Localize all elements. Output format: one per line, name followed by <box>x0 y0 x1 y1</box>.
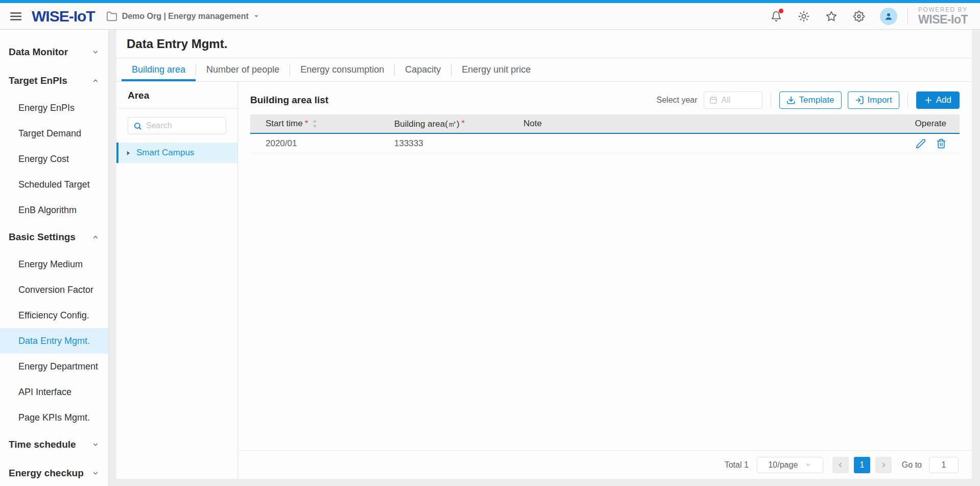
sidebar-item-energy-cost[interactable]: Energy Cost <box>0 146 108 172</box>
select-year-label: Select year <box>657 96 698 105</box>
sidebar-section-data-monitor[interactable]: Data Monitor <box>0 38 108 66</box>
add-button[interactable]: Add <box>916 91 960 109</box>
sidebar-item-api-interface[interactable]: API Interface <box>0 379 108 405</box>
goto-label: Go to <box>902 460 922 470</box>
notifications-button[interactable] <box>770 10 783 23</box>
edit-button[interactable] <box>916 138 926 149</box>
tab-number-of-people[interactable]: Number of people <box>196 58 290 81</box>
column-start-time: Start time <box>266 119 303 129</box>
required-mark: * <box>462 119 465 129</box>
chevron-down-icon <box>92 470 99 477</box>
sidebar-item-enb-algorithm[interactable]: EnB Algorithm <box>0 197 108 223</box>
table-row: 2020/01 133333 <box>250 134 960 153</box>
sidebar-item-scheduled-target[interactable]: Scheduled Target <box>0 172 108 197</box>
list-panel: Building area list Select year All <box>238 82 972 479</box>
tab-bar: Building area Number of people Energy co… <box>116 58 972 82</box>
sidebar-section-energy-checkup[interactable]: Energy checkup <box>0 459 108 486</box>
area-search <box>128 117 226 134</box>
hamburger-menu-button[interactable] <box>9 9 25 24</box>
chevron-up-icon <box>92 234 99 241</box>
table-header: Start time * Building area(㎡) * <box>250 114 960 134</box>
goto-page-input[interactable] <box>929 457 959 473</box>
area-tree: Smart Campus <box>116 143 237 163</box>
import-icon <box>855 96 864 105</box>
caret-down-icon <box>253 13 259 19</box>
plus-icon <box>924 96 933 104</box>
import-button-label: Import <box>868 95 892 105</box>
powered-by-brand: WISE-IoT <box>918 13 968 26</box>
org-label: Demo Org | Energy management <box>122 12 249 21</box>
pencil-icon <box>916 138 926 149</box>
prev-page-button[interactable] <box>832 457 849 473</box>
tab-energy-consumption[interactable]: Energy consumption <box>290 58 394 81</box>
page-title: Data Entry Mgmt. <box>127 37 227 51</box>
next-page-button[interactable] <box>875 457 892 473</box>
search-input[interactable] <box>146 121 221 130</box>
chevron-up-icon <box>92 77 99 84</box>
brightness-button[interactable] <box>797 10 810 23</box>
template-button-label: Template <box>799 95 834 105</box>
tree-item-label: Smart Campus <box>136 148 194 158</box>
cell-building-area: 133333 <box>394 138 523 149</box>
chevron-right-icon <box>880 461 887 469</box>
user-avatar[interactable] <box>880 8 897 25</box>
sidebar-item-energy-medium[interactable]: Energy Medium <box>0 251 108 277</box>
tab-energy-unit-price[interactable]: Energy unit price <box>451 58 541 81</box>
sidebar-item-energy-enpis[interactable]: Energy EnPIs <box>0 95 108 121</box>
select-year-value: All <box>722 96 731 105</box>
sidebar-item-page-kpis-mgmt[interactable]: Page KPIs Mgmt. <box>0 405 108 430</box>
org-switcher[interactable]: Demo Org | Energy management <box>106 11 259 22</box>
sidebar-item-target-demand[interactable]: Target Demand <box>0 121 108 146</box>
column-note: Note <box>523 119 878 129</box>
tree-item-smart-campus[interactable]: Smart Campus <box>116 143 237 163</box>
template-button[interactable]: Template <box>779 91 842 109</box>
page-1-button[interactable]: 1 <box>854 457 870 473</box>
area-panel: Area Smart Campus <box>116 82 238 479</box>
app-logo: WISE-IoT <box>32 8 95 25</box>
powered-by-block: POWERED BY WISE-IoT <box>918 7 971 26</box>
pagination: Total 1 10/page 1 <box>238 450 972 479</box>
notification-dot <box>779 9 783 13</box>
topbar: WISE-IoT Demo Org | Energy management <box>0 3 980 30</box>
triangle-right-icon <box>126 150 131 156</box>
sidebar: Data Monitor Target EnPIs Energy EnPIs T… <box>0 30 108 486</box>
select-year-input[interactable]: All <box>704 91 762 109</box>
sidebar-section-target-enpis[interactable]: Target EnPIs <box>0 66 108 95</box>
favorites-button[interactable] <box>825 10 838 23</box>
org-folder-icon <box>106 11 117 22</box>
gear-icon <box>853 11 865 22</box>
required-mark: * <box>305 119 308 129</box>
sidebar-item-energy-department[interactable]: Energy Department <box>0 354 108 379</box>
building-area-table: Start time * Building area(㎡) * <box>250 114 960 153</box>
header-divider <box>771 93 771 107</box>
chevron-down-icon <box>805 461 811 468</box>
sort-icon[interactable] <box>312 119 318 129</box>
sidebar-section-basic-settings[interactable]: Basic Settings <box>0 223 108 251</box>
sidebar-item-efficiency-config[interactable]: Efficiency Config. <box>0 303 108 328</box>
sidebar-item-data-entry-mgmt[interactable]: Data Entry Mgmt. <box>0 328 108 354</box>
delete-button[interactable] <box>936 138 946 149</box>
sidebar-item-conversion-factor[interactable]: Conversion Factor <box>0 277 108 303</box>
list-title: Building area list <box>250 95 328 106</box>
chevron-down-icon <box>92 49 99 56</box>
cell-start-time: 2020/01 <box>250 138 394 149</box>
settings-button[interactable] <box>852 10 866 23</box>
download-icon <box>786 96 796 105</box>
pagination-total: Total 1 <box>725 460 749 470</box>
chevron-left-icon <box>837 461 844 469</box>
column-operate: Operate <box>878 119 960 129</box>
main-card: Data Entry Mgmt. Building area Number of… <box>116 30 972 479</box>
calendar-icon <box>709 96 718 104</box>
star-icon <box>826 11 837 22</box>
tab-building-area[interactable]: Building area <box>122 58 196 81</box>
hamburger-icon <box>9 10 22 23</box>
page-size-select[interactable]: 10/page <box>757 457 823 473</box>
search-icon <box>133 122 142 130</box>
header-divider <box>907 93 908 107</box>
tab-capacity[interactable]: Capacity <box>395 58 451 81</box>
import-button[interactable]: Import <box>848 91 899 109</box>
add-button-label: Add <box>936 95 951 105</box>
sidebar-section-time-schedule[interactable]: Time schedule <box>0 430 108 459</box>
area-panel-title: Area <box>116 90 237 109</box>
chevron-down-icon <box>92 441 99 448</box>
